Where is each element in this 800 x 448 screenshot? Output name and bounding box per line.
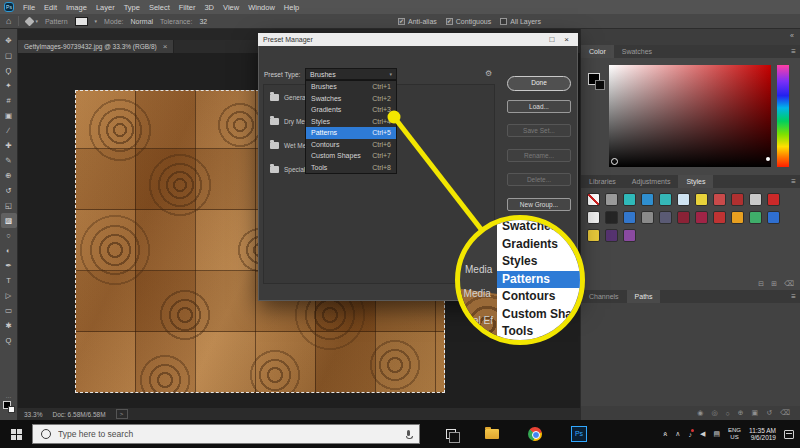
background-color-swatch[interactable] (8, 406, 15, 413)
tool-frame[interactable]: ▣ (1, 108, 17, 123)
tool-crop[interactable]: # (1, 93, 17, 108)
tool-history-brush[interactable]: ↺ (1, 183, 17, 198)
style-swatch[interactable] (587, 229, 600, 242)
menu-type[interactable]: Type (124, 3, 140, 12)
tab-adjustments[interactable]: Adjustments (624, 175, 679, 188)
checkbox-box[interactable]: ✓ (446, 18, 453, 25)
tab-styles[interactable]: Styles (678, 175, 713, 188)
taskbar-search[interactable] (32, 424, 420, 444)
microphone-icon[interactable] (406, 430, 411, 439)
edit-toolbar-icon[interactable]: … (0, 393, 18, 399)
task-view-button[interactable] (446, 429, 456, 439)
tool-path-select[interactable]: ▷ (1, 288, 17, 303)
menu-select[interactable]: Select (149, 3, 170, 12)
load-button[interactable]: Load... (507, 100, 571, 113)
checkbox-anti-alias[interactable]: ✓Anti-alias (398, 18, 437, 25)
tool-blur[interactable]: ○ (1, 228, 17, 243)
tool-healing-brush[interactable]: ✚ (1, 138, 17, 153)
tool-quick-selection[interactable]: ✦ (1, 78, 17, 93)
selection-from-path-icon[interactable]: ○ (725, 410, 729, 417)
tool-hand[interactable]: ✱ (1, 318, 17, 333)
tool-brush[interactable]: ✎ (1, 153, 17, 168)
checkbox-all-layers[interactable]: All Layers (500, 18, 541, 25)
chrome-button[interactable] (528, 427, 542, 441)
document-tab[interactable]: GettyImages-90739432.jpg @ 33.3% (RGB/8)… (18, 40, 174, 53)
caret-down-icon[interactable]: ▾ (95, 18, 98, 24)
hue-slider[interactable] (777, 65, 789, 167)
checkbox-box[interactable] (500, 18, 507, 25)
home-icon[interactable]: ⌂ (6, 16, 11, 26)
tool-lasso[interactable]: Ϙ (1, 63, 17, 78)
dialog-title-bar[interactable]: Preset Manager □ × (258, 33, 578, 46)
style-swatch[interactable] (695, 193, 708, 206)
fg-bg-color-widget[interactable] (588, 73, 606, 91)
style-swatch[interactable] (659, 211, 672, 224)
style-swatch[interactable] (587, 211, 600, 224)
tool-eyedropper[interactable]: ∕ (1, 123, 17, 138)
delete-style-icon[interactable]: ⌫ (784, 280, 794, 288)
style-swatch[interactable] (767, 211, 780, 224)
tool-type[interactable]: T (1, 273, 17, 288)
action-center-icon[interactable] (784, 430, 794, 439)
mode-value[interactable]: Normal (131, 18, 154, 25)
delete-path-icon[interactable]: ⌫ (780, 409, 790, 417)
menu-3d[interactable]: 3D (204, 3, 214, 12)
refresh-icon[interactable]: ↺ (766, 409, 772, 417)
new-path-icon[interactable]: ▣ (752, 409, 759, 417)
photoshop-taskbar-button[interactable]: Ps (571, 426, 587, 442)
tab-channels[interactable]: Channels (581, 290, 627, 303)
tab-color[interactable]: Color (581, 45, 614, 58)
dropdown-item-tools[interactable]: ToolsCtrl+8 (306, 162, 396, 174)
status-chevron-icon[interactable]: > (116, 409, 128, 419)
menu-help[interactable]: Help (284, 3, 299, 12)
dropdown-item-gradients[interactable]: GradientsCtrl+3 (306, 104, 396, 116)
style-swatch[interactable] (713, 193, 726, 206)
style-swatch[interactable] (623, 193, 636, 206)
tool-zoom[interactable]: Q (1, 333, 17, 348)
style-swatch[interactable] (641, 211, 654, 224)
style-swatch[interactable] (677, 193, 690, 206)
style-swatch[interactable] (767, 193, 780, 206)
tool-eraser[interactable]: ◱ (1, 198, 17, 213)
menu-layer[interactable]: Layer (96, 3, 115, 12)
stroke-path-icon[interactable]: ◎ (711, 409, 717, 417)
fill-source-label[interactable]: Pattern (45, 18, 68, 25)
style-swatch[interactable] (731, 211, 744, 224)
close-tab-icon[interactable]: × (163, 42, 168, 51)
style-swatch[interactable] (749, 211, 762, 224)
close-icon[interactable]: × (564, 35, 569, 44)
tool-pen[interactable]: ✒ (1, 258, 17, 273)
people-icon[interactable]: ጰ (663, 430, 667, 438)
file-explorer-button[interactable] (485, 429, 499, 439)
paint-bucket-tool-preset[interactable]: ▾ (26, 18, 38, 25)
style-swatch[interactable] (749, 193, 762, 206)
collapse-panels-icon[interactable]: « (790, 32, 794, 39)
notification-badge-icon[interactable]: ♪ (688, 431, 692, 438)
panel-menu-icon[interactable]: ≡ (791, 45, 796, 58)
menu-file[interactable]: File (23, 3, 35, 12)
tab-paths[interactable]: Paths (627, 290, 661, 303)
tool-marquee[interactable]: ▢ (1, 48, 17, 63)
tool-dodge[interactable]: ◐ (1, 243, 17, 258)
dropdown-item-styles[interactable]: StylesCtrl+4 (306, 116, 396, 128)
dropdown-item-custom-shapes[interactable]: Custom ShapesCtrl+7 (306, 150, 396, 162)
language-indicator[interactable]: ENGUS (728, 427, 741, 441)
tool-move[interactable]: ✥ (1, 33, 17, 48)
style-swatch[interactable] (605, 193, 618, 206)
menu-window[interactable]: Window (248, 3, 275, 12)
tab-swatches[interactable]: Swatches (614, 45, 660, 58)
dropdown-item-contours[interactable]: ContoursCtrl+6 (306, 139, 396, 151)
style-swatch[interactable] (659, 193, 672, 206)
new-group-button[interactable]: New Group... (507, 198, 571, 211)
menu-filter[interactable]: Filter (179, 3, 196, 12)
volume-icon[interactable]: ◀ (700, 430, 705, 438)
tool-clone-stamp[interactable]: ⊕ (1, 168, 17, 183)
pattern-swatch[interactable] (75, 17, 88, 26)
panel-menu-icon[interactable]: ≡ (791, 175, 796, 188)
checkbox-box[interactable]: ✓ (398, 18, 405, 25)
show-hidden-icons[interactable]: ∧ (675, 430, 680, 438)
checkbox-contiguous[interactable]: ✓Contiguous (446, 18, 491, 25)
new-style-icon[interactable]: ⊞ (771, 280, 777, 288)
panel-menu-icon[interactable]: ≡ (791, 290, 796, 303)
zoom-level[interactable]: 33.3% (24, 411, 42, 418)
